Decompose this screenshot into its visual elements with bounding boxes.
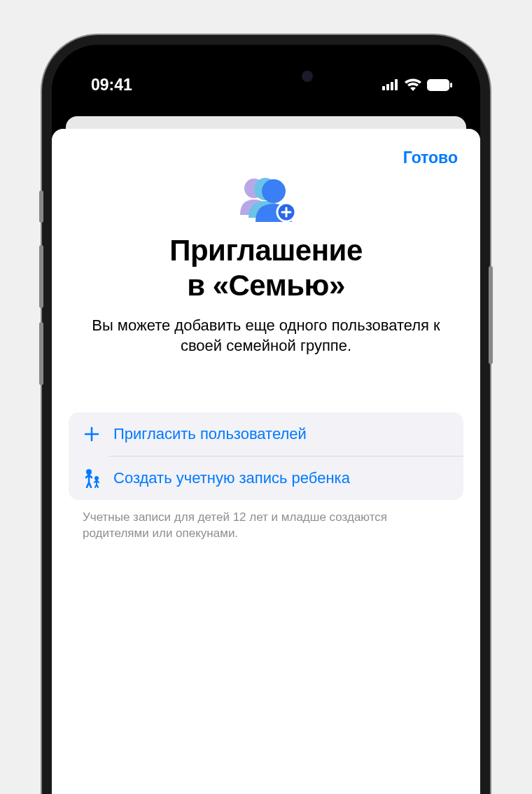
phone-frame: 09:41 <box>42 35 490 794</box>
front-camera <box>302 71 313 82</box>
title-line-2: в «Семью» <box>187 269 345 302</box>
title-line-1: Приглашение <box>169 234 363 267</box>
svg-point-8 <box>262 179 286 203</box>
wifi-icon <box>405 78 421 91</box>
page-subtitle: Вы можете добавить еще одного пользовате… <box>69 315 463 356</box>
hero-section: Приглашение в «Семью» Вы можете добавить… <box>69 173 463 356</box>
svg-rect-3 <box>395 79 398 90</box>
silence-switch <box>39 190 43 223</box>
page-title: Приглашение в «Семью» <box>69 233 463 304</box>
svg-rect-0 <box>382 86 385 90</box>
dynamic-island <box>206 62 326 91</box>
parent-child-icon <box>83 469 101 487</box>
plus-icon <box>83 425 101 443</box>
family-add-icon <box>234 173 298 228</box>
volume-up-button <box>39 245 43 308</box>
phone-screen: 09:41 <box>52 45 480 794</box>
done-button[interactable]: Готово <box>403 148 458 167</box>
status-indicators <box>382 78 452 91</box>
svg-rect-4 <box>427 79 449 91</box>
sheet-header: Готово <box>69 146 463 167</box>
create-child-label: Создать учетную запись ребенка <box>113 469 350 487</box>
svg-rect-5 <box>450 83 452 88</box>
status-time: 09:41 <box>91 76 132 95</box>
create-child-account-row[interactable]: Создать учетную запись ребенка <box>69 457 463 500</box>
svg-rect-1 <box>386 84 389 90</box>
invite-label: Пригласить пользователей <box>113 425 307 443</box>
modal-sheet: Готово Приглашение <box>52 129 480 794</box>
power-button <box>489 266 493 364</box>
svg-rect-2 <box>391 82 393 90</box>
footer-note: Учетные записи для детей 12 лет и младше… <box>69 510 463 542</box>
battery-icon <box>427 79 452 91</box>
options-group: Пригласить пользователей Создать учетную… <box>69 412 463 500</box>
cellular-icon <box>382 79 399 90</box>
volume-down-button <box>39 322 43 385</box>
invite-people-row[interactable]: Пригласить пользователей <box>69 412 463 456</box>
